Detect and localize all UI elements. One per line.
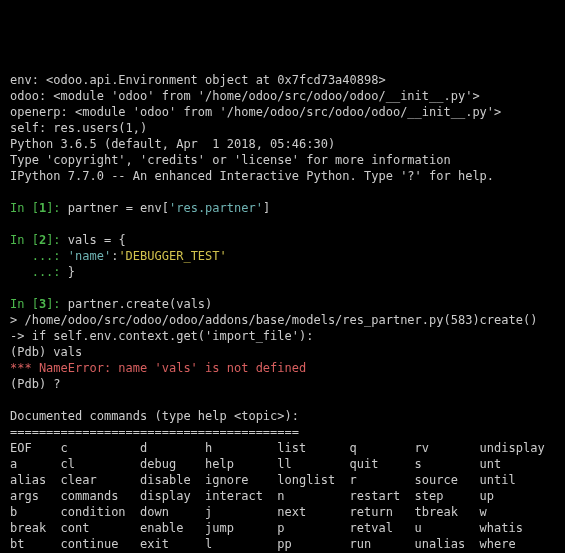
in2-val: 'DEBUGGER_TEST' — [118, 249, 226, 263]
help-sep1: ======================================== — [10, 425, 299, 439]
copyright-line: Type 'copyright', 'credits' or 'license'… — [10, 153, 451, 167]
help-row-5: b condition down j next return tbreak w — [10, 505, 487, 519]
in2-cont-b: ...: — [10, 265, 68, 279]
help-row-3: alias clear disable ignore longlist r so… — [10, 473, 516, 487]
env-line: env: <odoo.api.Environment object at 0x7… — [10, 73, 386, 87]
in3-code: partner.create(vals) — [68, 297, 213, 311]
pdb-cmd-help: (Pdb) ? — [10, 377, 61, 391]
help-row-7: bt continue exit l pp run unalias where — [10, 537, 516, 551]
odoo-line: odoo: <module 'odoo' from '/home/odoo/sr… — [10, 89, 480, 103]
openerp-line: openerp: <module 'odoo' from '/home/odoo… — [10, 105, 501, 119]
in1-code-b: ] — [263, 201, 270, 215]
trace-file: > /home/odoo/src/odoo/odoo/addons/base/m… — [10, 313, 537, 327]
in2-cont-a: ...: — [10, 249, 68, 263]
in-prompt-2: In [ — [10, 233, 39, 247]
terminal-output[interactable]: env: <odoo.api.Environment object at 0x7… — [10, 72, 555, 553]
help-row-2: a cl debug help ll quit s unt — [10, 457, 501, 471]
python-line: Python 3.6.5 (default, Apr 1 2018, 05:46… — [10, 137, 335, 151]
in-prompt-3b: ]: — [46, 297, 68, 311]
self-line: self: res.users(1,) — [10, 121, 147, 135]
in-prompt-3: In [ — [10, 297, 39, 311]
help-row-4: args commands display interact n restart… — [10, 489, 494, 503]
help-row-6: break cont enable jump p retval u whatis — [10, 521, 523, 535]
in1-string: 'res.partner' — [169, 201, 263, 215]
in-prompt-2b: ]: — [46, 233, 68, 247]
in2-close: } — [68, 265, 75, 279]
name-error: *** NameError: name 'vals' is not define… — [10, 361, 306, 375]
ipython-line: IPython 7.7.0 -- An enhanced Interactive… — [10, 169, 494, 183]
in2-key: 'name' — [68, 249, 111, 263]
in1-code-a: partner = env[ — [68, 201, 169, 215]
trace-line: -> if self.env.context.get('import_file'… — [10, 329, 313, 343]
help-row-1: EOF c d h list q rv undisplay — [10, 441, 545, 455]
in2-code: vals = { — [68, 233, 126, 247]
help-title: Documented commands (type help <topic>): — [10, 409, 299, 423]
in-prompt-1: In [ — [10, 201, 39, 215]
in-prompt-1b: ]: — [46, 201, 68, 215]
pdb-cmd-vals: (Pdb) vals — [10, 345, 82, 359]
